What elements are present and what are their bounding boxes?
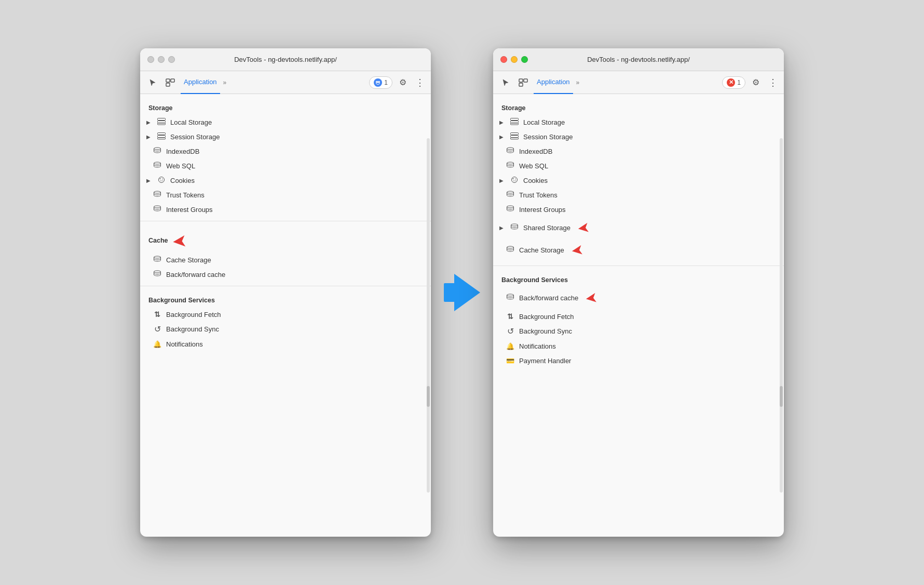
chevron-more-right[interactable]: »: [576, 79, 580, 86]
bg-sync-left[interactable]: ↺ Background Sync: [140, 322, 431, 337]
backforward-cache-left[interactable]: Back/forward cache: [140, 267, 431, 282]
cache-storage-icon-left: [153, 256, 162, 264]
cookies-label-left: Cookies: [170, 177, 195, 184]
traffic-lights-right: [500, 56, 528, 63]
session-storage-icon-right: [510, 132, 519, 141]
traffic-lights-left: [147, 56, 175, 63]
session-storage-left[interactable]: ▶ Session Storage: [140, 129, 431, 144]
shared-storage-right[interactable]: ▶ Shared Storage ➤: [493, 217, 784, 239]
close-button-right[interactable]: [500, 56, 507, 63]
svg-rect-6: [158, 121, 166, 123]
notifications-label-right: Notifications: [519, 342, 556, 350]
svg-point-38: [507, 191, 514, 193]
svg-rect-7: [158, 123, 166, 125]
settings-button-left[interactable]: ⚙: [396, 75, 410, 90]
payment-handler-icon-right: 💳: [506, 357, 515, 365]
websql-right[interactable]: Web SQL: [493, 158, 784, 173]
session-storage-right[interactable]: ▶ Session Storage: [493, 129, 784, 144]
trust-tokens-right[interactable]: Trust Tokens: [493, 188, 784, 202]
cursor-icon-left[interactable]: [145, 75, 160, 90]
cookies-icon-left: [157, 176, 166, 185]
interest-groups-right[interactable]: Interest Groups: [493, 202, 784, 217]
indexeddb-right[interactable]: IndexedDB: [493, 144, 784, 158]
notifications-left[interactable]: 🔔 Notifications: [140, 337, 431, 351]
trust-tokens-icon-right: [506, 191, 515, 200]
cursor-icon-right[interactable]: [498, 75, 513, 90]
bg-services-header-right: Background Services: [493, 270, 784, 287]
svg-rect-5: [158, 118, 166, 120]
svg-point-36: [513, 180, 514, 181]
divider-1-right: [493, 265, 784, 266]
maximize-button-right[interactable]: [521, 56, 528, 63]
bg-fetch-right[interactable]: ⇅ Background Fetch: [493, 309, 784, 324]
svg-rect-24: [519, 83, 523, 86]
red-arrow-backforward-right: ➤: [585, 289, 599, 308]
local-storage-icon-left: [157, 118, 166, 127]
backforward-cache-right[interactable]: Back/forward cache ➤: [493, 287, 784, 309]
cache-storage-label-left: Cache Storage: [166, 256, 211, 264]
svg-point-13: [159, 177, 165, 182]
cookies-right[interactable]: ▶ Cookies: [493, 173, 784, 188]
close-button-left[interactable]: [147, 56, 154, 63]
svg-point-17: [162, 180, 162, 181]
bg-fetch-label-left: Background Fetch: [166, 311, 221, 318]
svg-point-35: [515, 178, 516, 179]
backforward-cache-icon-left: [153, 270, 162, 279]
svg-point-18: [154, 191, 161, 193]
payment-handler-right[interactable]: 💳 Payment Handler: [493, 353, 784, 368]
cookies-left[interactable]: ▶ Cookies: [140, 173, 431, 188]
cookies-icon-right: [510, 176, 519, 185]
cache-storage-right[interactable]: Cache Storage ➤: [493, 239, 784, 261]
right-window: DevTools - ng-devtools.netlify.app/ Appl…: [493, 48, 784, 537]
svg-point-34: [513, 178, 514, 179]
bg-sync-label-right: Background Sync: [519, 327, 572, 335]
indexeddb-label-left: IndexedDB: [166, 148, 199, 155]
websql-icon-left: [153, 162, 162, 170]
interest-groups-icon-right: [506, 205, 515, 214]
notifications-label-left: Notifications: [166, 340, 203, 348]
bg-fetch-left[interactable]: ⇅ Background Fetch: [140, 307, 431, 322]
right-sidebar: Storage ▶ Local Storage ▶: [493, 94, 784, 537]
local-storage-icon-right: [510, 118, 519, 127]
scrollbar-left: [427, 138, 430, 493]
local-storage-label-right: Local Storage: [523, 118, 565, 126]
shared-storage-label-right: Shared Storage: [523, 224, 570, 232]
application-tab-right[interactable]: Application: [534, 71, 573, 94]
local-storage-right[interactable]: ▶ Local Storage: [493, 115, 784, 129]
layers-icon-right[interactable]: [516, 75, 531, 90]
minimize-button-left[interactable]: [158, 56, 165, 63]
red-arrow-cache-right: ➤: [570, 241, 585, 260]
interest-groups-left[interactable]: Interest Groups: [140, 202, 431, 217]
payment-handler-label-right: Payment Handler: [519, 357, 571, 365]
indexeddb-label-right: IndexedDB: [519, 148, 552, 155]
badge-count-right: 1: [737, 79, 741, 86]
trust-tokens-left[interactable]: Trust Tokens: [140, 188, 431, 202]
application-tab-left[interactable]: Application: [181, 71, 220, 94]
trust-tokens-icon-left: [153, 191, 162, 200]
svg-point-37: [515, 180, 515, 181]
cache-storage-left[interactable]: Cache Storage: [140, 252, 431, 267]
bg-sync-right[interactable]: ↺ Background Sync: [493, 324, 784, 339]
red-arrow-cache-left: ➤: [171, 231, 187, 250]
websql-left[interactable]: Web SQL: [140, 158, 431, 173]
more-menu-left[interactable]: ⋮: [413, 75, 426, 90]
shared-storage-icon-right: [510, 223, 519, 232]
cache-storage-icon-right: [506, 246, 515, 255]
right-window-title: DevTools - ng-devtools.netlify.app/: [500, 56, 777, 63]
maximize-button-left[interactable]: [168, 56, 175, 63]
badge-left[interactable]: 1: [369, 76, 392, 89]
direction-arrow: [431, 274, 493, 311]
local-storage-left[interactable]: ▶ Local Storage: [140, 115, 431, 129]
bg-sync-icon-right: ↺: [506, 326, 515, 336]
badge-right[interactable]: ✕ 1: [722, 76, 745, 89]
badge-count-left: 1: [384, 79, 388, 86]
settings-button-right[interactable]: ⚙: [749, 75, 763, 90]
layers-icon-left[interactable]: [163, 75, 178, 90]
minimize-button-right[interactable]: [511, 56, 518, 63]
more-menu-right[interactable]: ⋮: [766, 75, 779, 90]
chevron-more-left[interactable]: »: [223, 79, 227, 86]
indexeddb-left[interactable]: IndexedDB: [140, 144, 431, 158]
notifications-right[interactable]: 🔔 Notifications: [493, 339, 784, 353]
svg-rect-28: [511, 132, 519, 135]
interest-groups-label-right: Interest Groups: [519, 206, 566, 214]
